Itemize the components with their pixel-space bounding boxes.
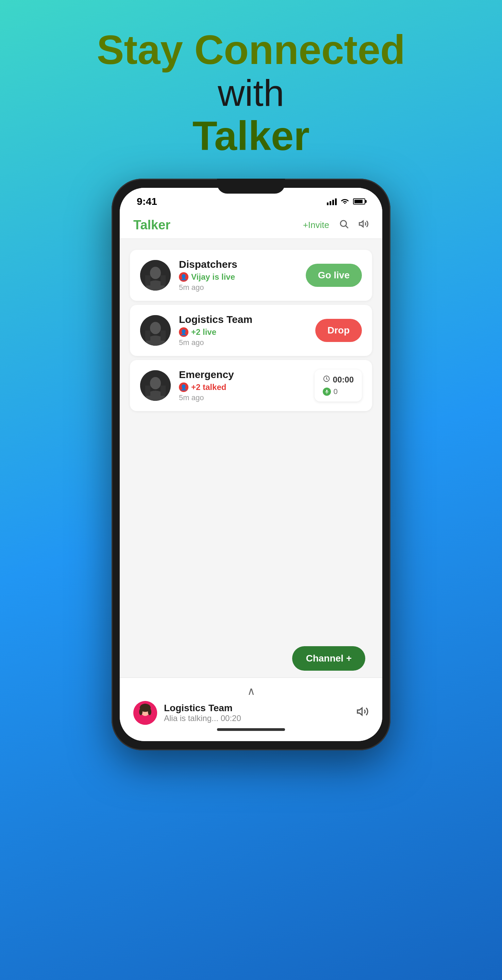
drop-button[interactable]: Drop <box>315 319 362 342</box>
channel-avatar-logistics <box>140 315 171 346</box>
signal-bars-icon <box>327 198 337 205</box>
phone-screen: 9:41 Talker <box>120 188 382 741</box>
phone-frame: 9:41 Talker <box>111 179 391 750</box>
channel-plus-button[interactable]: Channel + <box>292 646 365 671</box>
channel-status-emergency: 👤 +2 talked <box>179 382 307 392</box>
svg-point-10 <box>150 322 161 334</box>
bottom-content: Logistics Team Alia is talking... 00:20 <box>133 701 369 725</box>
timer-box-emergency: 00:00 0 <box>315 369 362 401</box>
invite-button[interactable]: +Invite <box>303 220 329 231</box>
channel-time-dispatchers: 5m ago <box>179 283 298 292</box>
person-icon-logistics: 👤 <box>180 329 187 336</box>
channel-list: Dispatchers 👤 Vijay is live 5m ago Go li… <box>120 239 382 641</box>
status-live-dispatchers: Vijay is live <box>191 272 235 282</box>
channel-info-emergency: Emergency 👤 +2 talked 5m ago <box>179 369 307 402</box>
svg-point-15 <box>150 377 161 389</box>
go-live-button[interactable]: Go live <box>306 264 362 287</box>
wifi-icon <box>341 197 349 206</box>
hero-line1: Stay Connected <box>97 27 405 72</box>
svg-marker-3 <box>359 221 363 227</box>
channel-time-emergency: 5m ago <box>179 393 307 402</box>
channel-name-logistics: Logistics Team <box>179 314 307 325</box>
channel-avatar-emergency <box>140 370 171 401</box>
hero-section: Stay Connected with Talker <box>97 27 405 158</box>
status-dot-emergency: 👤 <box>179 382 188 392</box>
status-dot-dispatchers: 👤 <box>179 272 188 282</box>
timer-row: 00:00 <box>323 375 354 385</box>
search-icon[interactable] <box>339 219 349 232</box>
bottom-status: Alia is talking... 00:20 <box>164 714 349 723</box>
channel-plus-area: Channel + <box>120 641 382 678</box>
status-live-logistics: +2 live <box>191 327 216 337</box>
channel-time-logistics: 5m ago <box>179 338 307 347</box>
chevron-up-icon: ∧ <box>133 685 369 698</box>
svg-marker-28 <box>357 708 362 715</box>
bottom-bar[interactable]: ∧ Logistics Team Ali <box>120 678 382 741</box>
svg-rect-12 <box>145 331 150 340</box>
svg-rect-18 <box>160 385 166 396</box>
channel-info-logistics: Logistics Team 👤 +2 live 5m ago <box>179 314 307 347</box>
home-indicator <box>217 728 285 731</box>
status-dot-logistics: 👤 <box>179 327 188 337</box>
channel-name-dispatchers: Dispatchers <box>179 259 298 270</box>
svg-rect-7 <box>145 275 150 285</box>
bottom-channel-name: Logistics Team <box>164 703 349 714</box>
svg-point-1 <box>340 221 346 227</box>
svg-rect-17 <box>145 385 150 396</box>
svg-point-27 <box>148 708 151 715</box>
channel-item-emergency[interactable]: Emergency 👤 +2 talked 5m ago <box>130 360 372 411</box>
status-icons <box>327 197 365 206</box>
svg-point-0 <box>344 203 346 204</box>
bottom-info: Logistics Team Alia is talking... 00:20 <box>164 703 349 723</box>
timer-value: 00:00 <box>333 375 354 385</box>
channel-info-dispatchers: Dispatchers 👤 Vijay is live 5m ago <box>179 259 298 292</box>
phone-notch <box>217 179 285 194</box>
channel-avatar-dispatchers <box>140 260 171 291</box>
clock-icon <box>323 375 330 385</box>
hero-line2: with <box>97 72 405 113</box>
app-header: Talker +Invite <box>120 212 382 239</box>
channel-item-dispatchers[interactable]: Dispatchers 👤 Vijay is live 5m ago Go li… <box>130 250 372 301</box>
hero-line3: Talker <box>97 113 405 158</box>
battery-icon <box>353 198 365 205</box>
bottom-avatar <box>133 701 157 725</box>
svg-point-5 <box>150 267 161 279</box>
status-time: 9:41 <box>137 196 157 207</box>
channel-name-emergency: Emergency <box>179 369 307 380</box>
channel-item-logistics[interactable]: Logistics Team 👤 +2 live 5m ago Drop <box>130 305 372 356</box>
person-icon-emergency: 👤 <box>180 384 187 391</box>
channel-status-logistics: 👤 +2 live <box>179 327 307 337</box>
status-talked-emergency: +2 talked <box>191 382 226 392</box>
svg-point-26 <box>139 708 143 715</box>
svg-rect-20 <box>326 390 327 392</box>
svg-rect-8 <box>160 275 166 285</box>
person-icon-dispatchers: 👤 <box>180 274 187 280</box>
channel-status-dispatchers: 👤 Vijay is live <box>179 272 298 282</box>
svg-line-2 <box>346 226 348 228</box>
app-logo: Talker <box>133 218 170 232</box>
speaker-icon[interactable] <box>359 219 369 232</box>
mic-count: 0 <box>334 387 338 396</box>
mic-active-icon <box>323 388 331 396</box>
header-actions: +Invite <box>303 219 369 232</box>
bottom-speaker-icon[interactable] <box>356 705 369 721</box>
mic-row: 0 <box>323 387 354 396</box>
svg-rect-13 <box>160 331 166 340</box>
